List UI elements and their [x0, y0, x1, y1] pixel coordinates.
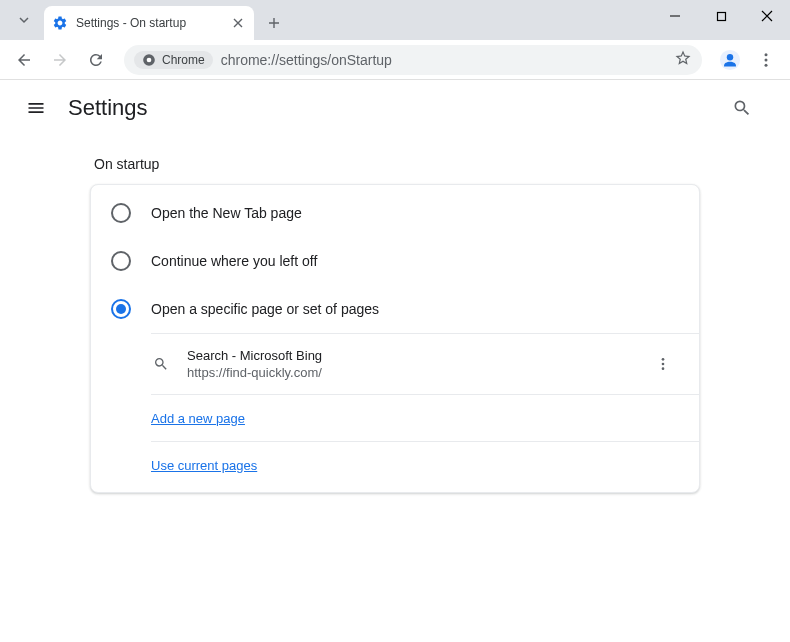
radio-label: Continue where you left off — [151, 253, 317, 269]
radio-label: Open a specific page or set of pages — [151, 301, 379, 317]
svg-rect-0 — [717, 12, 725, 20]
startup-page-entry: Search - Microsoft Bing https://find-qui… — [151, 334, 699, 395]
minimize-button[interactable] — [652, 0, 698, 32]
forward-button[interactable] — [44, 44, 76, 76]
startup-card: Open the New Tab page Continue where you… — [90, 184, 700, 493]
svg-point-6 — [765, 58, 768, 61]
bookmark-star-icon[interactable] — [674, 49, 692, 71]
hamburger-menu-icon[interactable] — [16, 88, 56, 128]
kebab-menu-icon[interactable] — [750, 44, 782, 76]
settings-content: On startup Open the New Tab page Continu… — [0, 136, 790, 493]
close-window-button[interactable] — [744, 0, 790, 32]
section-heading: On startup — [90, 156, 700, 172]
close-tab-icon[interactable] — [230, 15, 246, 31]
radio-new-tab[interactable]: Open the New Tab page — [91, 189, 699, 237]
svg-point-2 — [147, 57, 152, 62]
svg-point-8 — [662, 358, 665, 361]
browser-tab[interactable]: Settings - On startup — [44, 6, 254, 40]
page-entry-menu-icon[interactable] — [647, 348, 679, 380]
radio-icon — [111, 251, 131, 271]
profile-button[interactable] — [714, 44, 746, 76]
chrome-icon — [142, 53, 156, 67]
radio-continue[interactable]: Continue where you left off — [91, 237, 699, 285]
radio-icon — [111, 299, 131, 319]
back-button[interactable] — [8, 44, 40, 76]
window-titlebar: Settings - On startup — [0, 0, 790, 40]
page-title: Settings — [68, 95, 148, 121]
add-page-link[interactable]: Add a new page — [151, 411, 245, 426]
radio-specific-pages[interactable]: Open a specific page or set of pages — [91, 285, 699, 333]
maximize-button[interactable] — [698, 0, 744, 32]
reload-button[interactable] — [80, 44, 112, 76]
svg-point-7 — [765, 63, 768, 66]
window-controls — [652, 0, 790, 40]
svg-point-5 — [765, 53, 768, 56]
svg-point-4 — [727, 54, 733, 60]
new-tab-button[interactable] — [260, 9, 288, 37]
radio-label: Open the New Tab page — [151, 205, 302, 221]
settings-header: Settings — [0, 80, 790, 136]
page-entry-url: https://find-quickly.com/ — [187, 365, 631, 380]
search-icon — [151, 354, 171, 374]
page-entry-title: Search - Microsoft Bing — [187, 348, 631, 363]
address-bar[interactable]: Chrome chrome://settings/onStartup — [124, 45, 702, 75]
tab-title: Settings - On startup — [76, 16, 222, 30]
chrome-chip-label: Chrome — [162, 53, 205, 67]
radio-icon — [111, 203, 131, 223]
settings-gear-icon — [52, 15, 68, 31]
use-current-link[interactable]: Use current pages — [151, 458, 257, 473]
tab-search-dropdown[interactable] — [8, 4, 40, 36]
add-page-row: Add a new page — [151, 395, 699, 442]
startup-pages-list: Search - Microsoft Bing https://find-qui… — [151, 333, 699, 488]
browser-toolbar: Chrome chrome://settings/onStartup — [0, 40, 790, 80]
svg-point-10 — [662, 367, 665, 370]
use-current-row: Use current pages — [151, 442, 699, 488]
url-text: chrome://settings/onStartup — [221, 52, 392, 68]
svg-point-9 — [662, 363, 665, 366]
chrome-chip: Chrome — [134, 51, 213, 69]
search-settings-icon[interactable] — [722, 88, 762, 128]
